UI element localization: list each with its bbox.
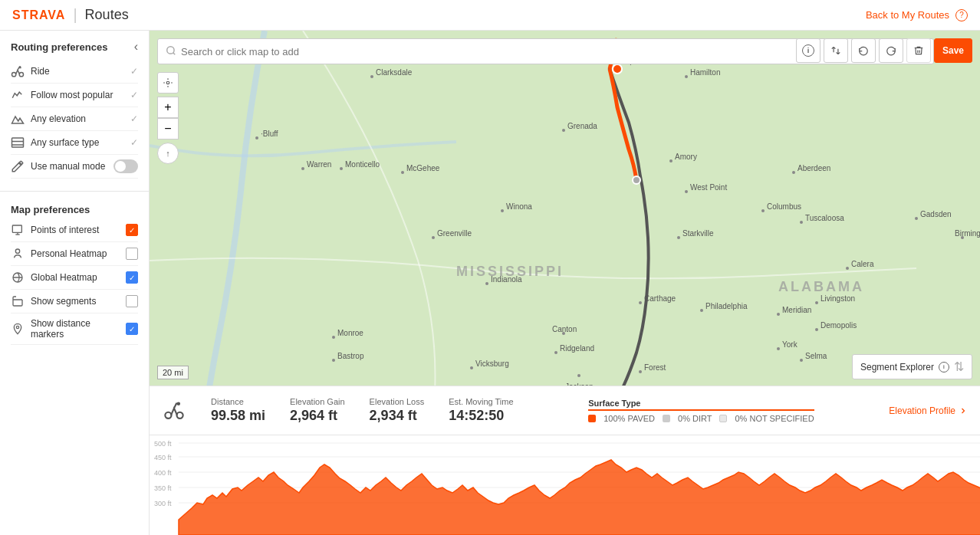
save-button[interactable]: Save — [934, 38, 972, 63]
compass-button[interactable]: ↑ — [157, 143, 179, 164]
header-left: STRAVA | Routes — [12, 6, 129, 24]
manual-toggle[interactable] — [113, 159, 138, 173]
manual-icon — [11, 159, 25, 173]
svg-point-57 — [700, 309, 703, 312]
location-button[interactable] — [157, 72, 179, 94]
sidebar-item-follow-popular[interactable]: Follow most popular ✓ — [11, 84, 138, 107]
sidebar-item-global-heatmap[interactable]: Global Heatmap ✓ — [11, 266, 138, 290]
global-heatmap-checkbox[interactable]: ✓ — [126, 271, 138, 284]
svg-text:Birmingham: Birmingham — [955, 229, 980, 238]
map-undo-button[interactable] — [851, 38, 876, 63]
popular-checkmark: ✓ — [130, 90, 138, 100]
show-segments-checkbox[interactable] — [126, 295, 138, 307]
sidebar-item-distance-markers[interactable]: Show distance markers ✓ — [11, 313, 138, 345]
ride-label: Ride — [31, 66, 50, 77]
svg-rect-3 — [12, 138, 24, 147]
map-delete-button[interactable] — [906, 38, 931, 63]
svg-text:Jackson: Jackson — [565, 382, 594, 386]
location-icon — [163, 77, 173, 88]
svg-point-53 — [485, 282, 488, 285]
sidebar-item-manual[interactable]: Use manual mode — [11, 155, 138, 179]
svg-text:Carthage: Carthage — [644, 294, 676, 303]
svg-point-87 — [613, 64, 622, 74]
svg-text:Tuscaloosa: Tuscaloosa — [805, 214, 844, 222]
elevation-gain-stat: Elevation Gain 2,964 ft — [290, 397, 345, 424]
personal-heatmap-checkbox[interactable] — [126, 248, 138, 260]
svg-point-55 — [639, 301, 642, 304]
popular-label: Follow most popular — [31, 90, 113, 100]
svg-text:Vicksburg: Vicksburg — [475, 359, 509, 368]
zoom-in-button[interactable]: + — [157, 97, 179, 118]
elevation-chart-svg: 500 ft 450 ft 400 ft 350 ft 300 ft — [150, 435, 980, 535]
svg-point-47 — [915, 217, 918, 220]
sidebar-item-personal-heatmap[interactable]: Personal Heatmap — [11, 242, 138, 266]
svg-text:Gadsden: Gadsden — [920, 210, 952, 218]
surface-icon — [11, 136, 25, 149]
svg-point-65 — [800, 359, 803, 362]
elevation-checkmark: ✓ — [130, 113, 138, 124]
sidebar-item-elevation[interactable]: Any elevation ✓ — [11, 107, 138, 131]
svg-text:Demopolis: Demopolis — [821, 321, 857, 330]
map-scale: 20 mi — [157, 366, 189, 379]
distance-value: 99.58 mi — [211, 408, 265, 424]
map-swap-button[interactable] — [824, 38, 848, 63]
segments-icon — [11, 294, 25, 308]
svg-point-73 — [554, 351, 557, 354]
sidebar-item-poi[interactable]: Points of interest ✓ — [11, 218, 138, 242]
map-prefs-section: Points of interest ✓ Personal Heatmap — [0, 218, 149, 351]
global-heatmap-icon — [11, 271, 25, 284]
strava-logo: STRAVA — [12, 8, 65, 22]
save-label: Save — [942, 45, 964, 56]
activity-icon-container — [162, 399, 186, 423]
surface-type-label: Surface Type — [588, 399, 814, 411]
surface-label: Any surface type — [31, 137, 99, 148]
svg-point-2 — [19, 67, 21, 68]
elevation-profile-label: Elevation Profile — [889, 405, 955, 416]
scale-value: 20 mi — [163, 368, 183, 377]
sidebar-item-elevation-left: Any elevation — [11, 112, 86, 126]
poi-checkbox[interactable]: ✓ — [126, 224, 138, 236]
sidebar-item-show-segments[interactable]: Show segments — [11, 290, 138, 313]
svg-point-1 — [19, 73, 23, 77]
map-background: MISSISSIPPI ALABAMA Tupelo Da Witt Clark… — [150, 31, 980, 386]
svg-text:Winona: Winona — [506, 202, 532, 211]
svg-point-89 — [167, 46, 174, 53]
svg-point-75 — [577, 374, 580, 377]
svg-text:Forest: Forest — [644, 363, 666, 372]
distance-stat: Distance 99.58 mi — [211, 397, 265, 424]
poi-left: Points of interest — [11, 223, 99, 237]
map-container[interactable]: MISSISSIPPI ALABAMA Tupelo Da Witt Clark… — [150, 31, 980, 386]
routing-items-section: Ride ✓ Follow most popular ✓ — [0, 60, 149, 185]
svg-text:Philadelphia: Philadelphia — [705, 302, 748, 310]
zoom-out-button[interactable]: − — [157, 118, 179, 139]
svg-point-71 — [332, 359, 335, 362]
zoom-minus-icon: − — [164, 122, 171, 136]
map-redo-button[interactable] — [879, 38, 903, 63]
svg-text:York: York — [782, 340, 798, 349]
svg-text:Bastrop: Bastrop — [337, 352, 364, 360]
unspecified-legend-label: 0% NOT SPECIFIED — [735, 414, 814, 423]
distance-markers-checkbox[interactable]: ✓ — [126, 323, 138, 335]
back-to-routes-link[interactable]: Back to My Routes ? — [866, 9, 968, 21]
sidebar-item-ride[interactable]: Ride ✓ — [11, 60, 138, 84]
stats-bar: Distance 99.58 mi Elevation Gain 2,964 f… — [150, 386, 980, 435]
svg-point-92 — [177, 412, 183, 418]
segment-explorer-panel[interactable]: Segment Explorer i ⇅ — [852, 354, 972, 379]
map-info-button[interactable]: i — [796, 38, 821, 63]
ride-checkmark: ✓ — [130, 66, 138, 77]
elevation-profile-link[interactable]: Elevation Profile — [889, 405, 968, 416]
segment-expand-icon[interactable]: ⇅ — [954, 359, 964, 374]
map-toolbar: i Save — [796, 38, 972, 63]
back-link-text: Back to My Routes — [866, 9, 949, 21]
svg-point-0 — [12, 73, 16, 77]
svg-point-35 — [501, 209, 504, 212]
map-and-bottom: MISSISSIPPI ALABAMA Tupelo Da Witt Clark… — [150, 31, 980, 535]
sidebar-item-ride-left: Ride — [11, 64, 50, 78]
sidebar-collapse-button[interactable]: ‹ — [134, 40, 138, 54]
sidebar-item-surface[interactable]: Any surface type ✓ — [11, 131, 138, 155]
svg-text:ALABAMA: ALABAMA — [778, 279, 864, 294]
personal-heatmap-label: Personal Heatmap — [31, 248, 107, 259]
svg-text:Greenville: Greenville — [437, 229, 472, 238]
svg-text:Canton: Canton — [552, 325, 577, 333]
poi-check-icon: ✓ — [129, 226, 135, 235]
